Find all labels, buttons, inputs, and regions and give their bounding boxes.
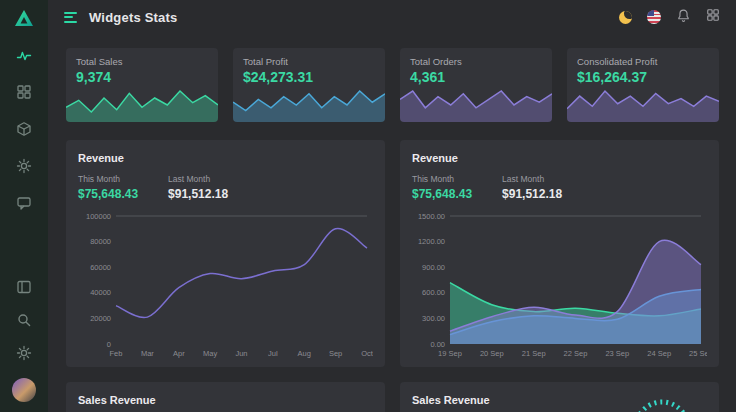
apps-icon[interactable] xyxy=(706,8,720,26)
gear-icon[interactable] xyxy=(16,158,32,174)
svg-text:May: May xyxy=(203,349,217,358)
stat-label: Consolidated Profit xyxy=(577,56,709,67)
user-avatar[interactable] xyxy=(12,378,36,402)
sales-gauge-chart xyxy=(617,390,707,412)
last-month-block: Last Month $91,512.18 xyxy=(502,174,562,201)
card-title: Sales Revenue xyxy=(412,394,490,406)
svg-text:900.00: 900.00 xyxy=(422,263,445,272)
last-month-value: $91,512.18 xyxy=(168,187,228,201)
sales-revenue-card-left: Sales Revenue $9,641.26 xyxy=(66,382,385,412)
top-header: Widgets Stats xyxy=(48,0,736,34)
app-root: Widgets Stats xyxy=(0,0,736,412)
charts-row: Revenue This Month $75,648.43 Last Month… xyxy=(66,140,719,367)
svg-text:Apr: Apr xyxy=(173,349,185,358)
svg-text:25 Sep: 25 Sep xyxy=(689,349,707,358)
main-area: Widgets Stats xyxy=(48,0,736,412)
svg-text:40000: 40000 xyxy=(90,288,111,297)
this-month-label: This Month xyxy=(78,174,138,184)
svg-text:22 Sep: 22 Sep xyxy=(564,349,588,358)
card-title: Revenue xyxy=(412,152,707,164)
bottom-row: Sales Revenue $9,641.26 Sales Revenue $9… xyxy=(66,382,719,412)
svg-text:Jun: Jun xyxy=(235,349,247,358)
card-title: Revenue xyxy=(78,152,373,164)
header-actions xyxy=(619,8,720,27)
this-month-label: This Month xyxy=(412,174,472,184)
svg-text:60000: 60000 xyxy=(90,263,111,272)
menu-toggle-icon[interactable] xyxy=(62,10,79,25)
stat-value: $24,273.31 xyxy=(243,69,375,85)
settings-icon[interactable] xyxy=(16,345,32,361)
this-month-block: This Month $75,648.43 xyxy=(412,174,472,201)
app-logo[interactable] xyxy=(14,9,34,31)
svg-text:Feb: Feb xyxy=(110,349,123,358)
stat-card-consolidated-profit: Consolidated Profit $16,264.37 xyxy=(567,48,719,122)
bell-icon[interactable] xyxy=(676,8,691,27)
last-month-label: Last Month xyxy=(502,174,562,184)
revenue-area-chart: 0.00300.00600.00900.001200.001500.0019 S… xyxy=(412,209,707,359)
search-icon[interactable] xyxy=(16,312,32,328)
stat-value: $16,264.37 xyxy=(577,69,709,85)
sidebar-bottom xyxy=(12,279,36,412)
grid-icon[interactable] xyxy=(16,84,32,100)
stat-card-total-profit: Total Profit $24,273.31 xyxy=(233,48,385,122)
sales-revenue-meta: Sales Revenue $9,641.26 xyxy=(78,394,156,412)
last-month-block: Last Month $91,512.18 xyxy=(168,174,228,201)
this-month-block: This Month $75,648.43 xyxy=(78,174,138,201)
stat-label: Total Orders xyxy=(410,56,542,67)
page-content: Total Sales 9,374 Total Profit $24,273.3… xyxy=(48,34,736,412)
svg-text:300.00: 300.00 xyxy=(422,314,445,323)
svg-text:1200.00: 1200.00 xyxy=(418,237,445,246)
this-month-value: $75,648.43 xyxy=(78,187,138,201)
svg-text:80000: 80000 xyxy=(90,237,111,246)
svg-text:0.00: 0.00 xyxy=(430,340,445,349)
stat-card-total-sales: Total Sales 9,374 xyxy=(66,48,218,122)
svg-text:Oct: Oct xyxy=(361,349,373,358)
svg-text:Jul: Jul xyxy=(268,349,278,358)
svg-text:19 Sep: 19 Sep xyxy=(438,349,462,358)
us-flag-icon[interactable] xyxy=(647,10,661,24)
card-title: Sales Revenue xyxy=(78,394,156,406)
consolidated-profit-sparkline xyxy=(567,88,719,122)
stat-card-total-orders: Total Orders 4,361 xyxy=(400,48,552,122)
activity-icon[interactable] xyxy=(16,47,32,63)
svg-text:24 Sep: 24 Sep xyxy=(647,349,671,358)
layout-icon[interactable] xyxy=(16,279,32,295)
total-orders-sparkline xyxy=(400,88,552,122)
svg-text:21 Sep: 21 Sep xyxy=(522,349,546,358)
sales-revenue-meta: Sales Revenue $9,641.26 xyxy=(412,394,490,412)
svg-text:1500.00: 1500.00 xyxy=(418,212,445,221)
svg-text:20 Sep: 20 Sep xyxy=(480,349,504,358)
stat-label: Total Sales xyxy=(76,56,208,67)
svg-text:100000: 100000 xyxy=(86,212,111,221)
this-month-value: $75,648.43 xyxy=(412,187,472,201)
total-sales-sparkline xyxy=(66,88,218,122)
revenue-card-left: Revenue This Month $75,648.43 Last Month… xyxy=(66,140,385,367)
stats-row: Total Sales 9,374 Total Profit $24,273.3… xyxy=(66,48,719,122)
package-icon[interactable] xyxy=(16,121,32,137)
sidebar xyxy=(0,0,48,412)
total-profit-sparkline xyxy=(233,88,385,122)
svg-text:600.00: 600.00 xyxy=(422,288,445,297)
revenue-card-right: Revenue This Month $75,648.43 Last Month… xyxy=(400,140,719,367)
svg-text:Sep: Sep xyxy=(329,349,342,358)
svg-text:0: 0 xyxy=(107,340,111,349)
svg-text:Mar: Mar xyxy=(141,349,154,358)
chat-icon[interactable] xyxy=(16,195,32,211)
svg-text:20000: 20000 xyxy=(90,314,111,323)
moon-icon[interactable] xyxy=(619,11,632,24)
sidebar-nav xyxy=(16,47,32,211)
stat-value: 9,374 xyxy=(76,69,208,85)
page-title: Widgets Stats xyxy=(89,10,609,25)
svg-text:23 Sep: 23 Sep xyxy=(605,349,629,358)
svg-text:Aug: Aug xyxy=(298,349,311,358)
revenue-line-chart: 020000400006000080000100000FebMarAprMayJ… xyxy=(78,209,373,359)
stat-label: Total Profit xyxy=(243,56,375,67)
last-month-value: $91,512.18 xyxy=(502,187,562,201)
stat-value: 4,361 xyxy=(410,69,542,85)
sales-revenue-card-right: Sales Revenue $9,641.26 xyxy=(400,382,719,412)
last-month-label: Last Month xyxy=(168,174,228,184)
